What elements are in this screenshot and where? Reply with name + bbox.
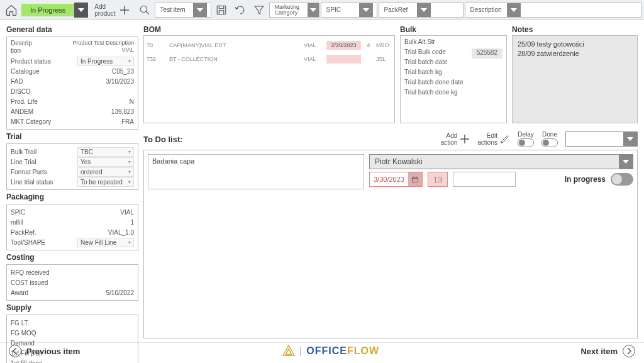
field-label: COST issued bbox=[11, 279, 61, 286]
field-row: Format Partsordered▾ bbox=[11, 167, 134, 177]
todo-item: Badania capa Piotr Kowalski 3/30/2023 13 bbox=[148, 154, 633, 189]
field-label: Prod. Life bbox=[11, 98, 61, 105]
chevron-down-icon bbox=[308, 3, 319, 17]
field-row: Product statusIn Progress▾ bbox=[11, 56, 134, 66]
field-label: Line Trial bbox=[11, 159, 61, 165]
field-value: C05_23 bbox=[112, 68, 134, 75]
bom-row[interactable]: 70CAP(MANY)VIAL EDTVIAL2/20/20234MSO bbox=[147, 38, 392, 52]
notes-panel[interactable]: 25/09 testy gotowości 28/09 zatwierdzeni… bbox=[512, 35, 638, 123]
field-label: SPIC bbox=[11, 209, 61, 216]
field-dropdown[interactable]: ordered▾ bbox=[77, 167, 134, 177]
bulk-row: Trial Bulk code525582 bbox=[404, 48, 502, 59]
field-dropdown[interactable]: TBC▾ bbox=[77, 147, 134, 157]
field-row: mlfill1 bbox=[11, 217, 134, 227]
chevron-left-icon bbox=[9, 345, 21, 357]
chevron-down-icon bbox=[623, 132, 637, 146]
packaging-title: Packaging bbox=[6, 191, 138, 203]
field-dropdown[interactable]: In Progress▾ bbox=[77, 57, 134, 66]
marketing-category-dropdown[interactable]: Marketing Category bbox=[269, 3, 319, 18]
field-label: Descrip tion bbox=[11, 40, 61, 55]
status-label: In Progress bbox=[21, 4, 74, 16]
field-value: N bbox=[130, 98, 134, 105]
field-label: ANDEM bbox=[11, 108, 61, 115]
filter-icon[interactable] bbox=[250, 1, 268, 19]
field-label: MKT Category bbox=[11, 118, 61, 125]
date-input[interactable]: 3/30/2023 bbox=[369, 172, 423, 187]
field-value: 1 bbox=[130, 219, 134, 226]
progress-toggle[interactable] bbox=[611, 173, 633, 186]
logo: | OFFICEFLOW bbox=[282, 344, 379, 358]
chevron-down-icon bbox=[74, 3, 88, 18]
next-item-button[interactable]: Next item bbox=[580, 345, 635, 357]
empty-input[interactable] bbox=[453, 172, 516, 187]
bulk-row: Bulk Alt.Str bbox=[404, 38, 502, 48]
field-label: 1st fill done bbox=[11, 360, 61, 364]
bom-title: BOM bbox=[143, 24, 395, 35]
add-action-button[interactable]: Add action bbox=[441, 132, 470, 146]
field-row: FAD3/10/2023 bbox=[11, 76, 134, 86]
undo-icon[interactable] bbox=[231, 1, 249, 19]
field-label: FG MOQ bbox=[11, 330, 61, 337]
field-row: Descrip tionProduct Test Description VIA… bbox=[11, 40, 134, 56]
status-dropdown[interactable]: In Progress bbox=[21, 3, 88, 18]
field-dropdown[interactable]: Yes▾ bbox=[77, 157, 134, 167]
previous-item-button[interactable]: Previous item bbox=[9, 345, 80, 357]
chevron-right-icon bbox=[623, 345, 635, 357]
field-value: 3/10/2023 bbox=[106, 78, 135, 85]
chevron-down-icon bbox=[507, 3, 521, 17]
field-value: FRA bbox=[121, 118, 134, 125]
todo-description[interactable]: Badania capa bbox=[148, 154, 364, 189]
delay-toggle[interactable]: Delay bbox=[518, 131, 534, 147]
svg-rect-1 bbox=[217, 6, 226, 14]
search-icon[interactable] bbox=[136, 1, 153, 19]
spic-dropdown[interactable]: SPIC bbox=[321, 3, 377, 18]
field-value: Product Test Description VIAL bbox=[73, 40, 134, 53]
field-row: CatalogueC05_23 bbox=[11, 66, 134, 76]
field-row: SPICVIAL bbox=[11, 207, 134, 217]
chevron-down-icon bbox=[417, 3, 431, 17]
field-label: PackRef. bbox=[11, 229, 61, 236]
field-label: Bulk Trail bbox=[11, 148, 61, 155]
general-panel: Descrip tionProduct Test Description VIA… bbox=[6, 36, 138, 130]
bulk-title: Bulk bbox=[400, 24, 507, 35]
chevron-down-icon bbox=[359, 3, 373, 17]
chevron-down-icon bbox=[193, 3, 207, 17]
packaging-panel: SPICVIALmlfill1PackRef.VIAL_1.0Tool/SHAP… bbox=[6, 204, 138, 250]
edit-actions-button[interactable]: Edit actions bbox=[477, 132, 510, 146]
packref-dropdown[interactable]: PackRef bbox=[379, 3, 464, 18]
field-row: PackRef.VIAL_1.0 bbox=[11, 227, 134, 237]
general-data-title: General data bbox=[6, 24, 138, 35]
field-value: 139,823 bbox=[111, 108, 134, 115]
person-dropdown[interactable]: Piotr Kowalski bbox=[369, 154, 633, 169]
field-label: Award bbox=[11, 289, 61, 296]
field-row: MKT CategoryFRA bbox=[11, 116, 134, 126]
field-row: ANDEM139,823 bbox=[11, 106, 134, 116]
status-label: In progress bbox=[565, 175, 606, 184]
toolbar: In Progress Add product Test item Market… bbox=[0, 0, 644, 20]
field-value: 5/10/2022 bbox=[106, 289, 135, 296]
save-icon[interactable] bbox=[213, 1, 230, 19]
bom-row[interactable]: 732BT - COLLECTIONVIALJSL bbox=[147, 52, 392, 66]
days-count: 13 bbox=[428, 172, 448, 187]
field-row: RFQ received bbox=[11, 267, 134, 277]
field-row: 1st fill done bbox=[11, 358, 134, 363]
description-dropdown[interactable]: Description bbox=[465, 3, 641, 18]
field-row: Award5/10/2022 bbox=[11, 288, 134, 298]
field-label: FG LT bbox=[11, 320, 61, 327]
field-label: Catalogue bbox=[11, 68, 61, 75]
field-dropdown[interactable]: To be repeated▾ bbox=[77, 177, 134, 187]
add-product-button[interactable]: Add product bbox=[89, 3, 134, 17]
test-item-dropdown[interactable]: Test item bbox=[155, 3, 211, 18]
field-label: Format Parts bbox=[11, 169, 61, 176]
bulk-badge: 525582 bbox=[472, 48, 502, 59]
add-product-label: Add product bbox=[94, 3, 115, 17]
bulk-row: Trial batch kg bbox=[404, 69, 502, 79]
field-dropdown[interactable]: New Fill Line▾ bbox=[77, 238, 134, 247]
assign-dropdown[interactable] bbox=[565, 131, 638, 147]
field-row: FG MOQ bbox=[11, 328, 134, 338]
home-icon[interactable] bbox=[3, 1, 20, 19]
field-value: VIAL bbox=[120, 209, 134, 216]
chevron-down-icon bbox=[619, 155, 633, 169]
done-toggle[interactable]: Done bbox=[541, 131, 558, 147]
field-label: Line trial status bbox=[11, 179, 61, 186]
